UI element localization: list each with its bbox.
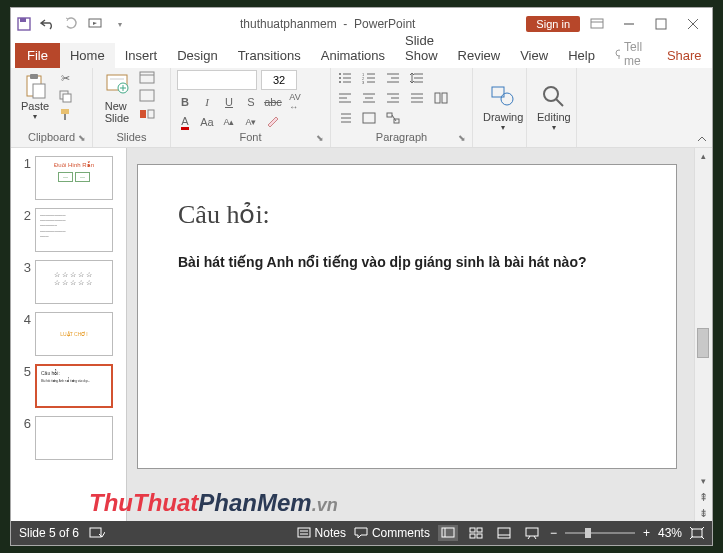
editing-button[interactable]: Editing ▾ (533, 81, 575, 134)
slide-thumbnails[interactable]: 1Đuôi Hình Rắn—— 2──────────────────────… (11, 148, 127, 521)
zoom-in-button[interactable]: + (643, 526, 650, 540)
scroll-down-icon[interactable]: ▾ (695, 473, 712, 489)
tab-slideshow[interactable]: Slide Show (395, 28, 448, 68)
zoom-out-button[interactable]: − (550, 526, 557, 540)
vertical-scrollbar[interactable]: ▴ ▾ ⇞ ⇟ (694, 148, 712, 521)
svg-rect-59 (442, 93, 447, 103)
thumb-2[interactable]: 2──────────────────────────────────── (13, 204, 124, 256)
align-right-button[interactable] (385, 90, 401, 106)
align-center-button[interactable] (361, 90, 377, 106)
tab-home[interactable]: Home (60, 43, 115, 68)
shadow-button[interactable]: S (243, 94, 259, 110)
align-left-button[interactable] (337, 90, 353, 106)
tell-me-search[interactable]: Tell me (605, 40, 655, 68)
bullets-button[interactable] (337, 70, 353, 86)
document-name: thuthuatphanmem (240, 17, 337, 31)
clipboard-launcher-icon[interactable]: ⬊ (78, 133, 86, 143)
slide-title-text[interactable]: Câu hỏi: (178, 199, 636, 230)
undo-icon[interactable] (39, 15, 57, 33)
comments-button[interactable]: Comments (354, 526, 430, 540)
reading-view-icon[interactable] (494, 525, 514, 541)
thumb-1[interactable]: 1Đuôi Hình Rắn—— (13, 152, 124, 204)
decrease-font-button[interactable]: A▾ (243, 114, 259, 130)
font-name-input[interactable] (177, 70, 257, 90)
slide-counter[interactable]: Slide 5 of 6 (19, 526, 79, 540)
tab-view[interactable]: View (510, 43, 558, 68)
thumb-3[interactable]: 3☆☆☆☆☆☆☆☆☆☆ (13, 256, 124, 308)
layout-icon[interactable] (139, 70, 155, 86)
justify-button[interactable] (409, 90, 425, 106)
thumb-5[interactable]: 5Câu hỏi:Bài hát tiếng Anh nổi tiếng vào… (13, 360, 124, 412)
smartart-button[interactable] (385, 110, 401, 126)
qat-dropdown-icon[interactable]: ▾ (111, 15, 129, 33)
normal-view-icon[interactable] (438, 525, 458, 541)
scroll-thumb[interactable] (697, 328, 709, 358)
zoom-level[interactable]: 43% (658, 526, 682, 540)
slide-canvas-wrap[interactable]: Câu hỏi: Bài hát tiếng Anh nổi tiếng vào… (127, 148, 694, 521)
tab-help[interactable]: Help (558, 43, 605, 68)
fit-to-window-icon[interactable] (690, 527, 704, 539)
increase-font-button[interactable]: A▴ (221, 114, 237, 130)
close-icon[interactable] (684, 15, 702, 33)
indent-button[interactable] (385, 70, 401, 86)
tab-insert[interactable]: Insert (115, 43, 168, 68)
line-spacing-button[interactable] (409, 70, 425, 86)
save-icon[interactable] (15, 15, 33, 33)
underline-button[interactable]: U (221, 94, 237, 110)
new-slide-button[interactable]: New Slide (99, 70, 135, 126)
tab-animations[interactable]: Animations (311, 43, 395, 68)
sorter-view-icon[interactable] (466, 525, 486, 541)
text-direction-button[interactable] (337, 110, 353, 126)
titlebar: ▾ thuthuatphanmem - PowerPoint Sign in (11, 8, 712, 40)
zoom-slider-thumb[interactable] (585, 528, 591, 538)
maximize-icon[interactable] (652, 15, 670, 33)
change-case-button[interactable]: Aa (199, 114, 215, 130)
zoom-slider[interactable] (565, 532, 635, 534)
reset-icon[interactable] (139, 88, 155, 104)
strikethrough-button[interactable]: abc (265, 94, 281, 110)
columns-button[interactable] (433, 90, 449, 106)
scroll-up-icon[interactable]: ▴ (695, 148, 712, 164)
tab-file[interactable]: File (15, 43, 60, 68)
watermark: ThuThuatPhanMem.vn (89, 489, 338, 517)
svg-rect-71 (90, 528, 101, 537)
cut-icon[interactable]: ✂ (57, 70, 73, 86)
paste-button[interactable]: Paste ▾ (17, 70, 53, 123)
slide-body-text[interactable]: Bài hát tiếng Anh nổi tiếng vào dịp gián… (178, 254, 636, 270)
tab-design[interactable]: Design (167, 43, 227, 68)
copy-icon[interactable] (57, 88, 73, 104)
font-launcher-icon[interactable]: ⬊ (316, 133, 324, 143)
italic-button[interactable]: I (199, 94, 215, 110)
spellcheck-icon[interactable] (89, 526, 105, 540)
ribbon-display-icon[interactable] (588, 15, 606, 33)
paragraph-launcher-icon[interactable]: ⬊ (458, 133, 466, 143)
svg-point-30 (339, 77, 341, 79)
font-color-button[interactable]: A (177, 114, 193, 130)
thumb-6[interactable]: 6 (13, 412, 124, 464)
notes-button[interactable]: Notes (297, 526, 346, 540)
redo-icon[interactable] (63, 15, 81, 33)
slideshow-view-icon[interactable] (522, 525, 542, 541)
tab-review[interactable]: Review (448, 43, 511, 68)
group-drawing: Drawing ▾ (473, 68, 527, 147)
thumb-4[interactable]: 4LUẬT CHƠI (13, 308, 124, 360)
signin-button[interactable]: Sign in (526, 16, 580, 32)
numbering-button[interactable]: 123 (361, 70, 377, 86)
start-from-beginning-icon[interactable] (87, 15, 105, 33)
drawing-button[interactable]: Drawing ▾ (479, 81, 527, 134)
font-size-input[interactable] (261, 70, 297, 90)
minimize-icon[interactable] (620, 15, 638, 33)
format-painter-icon[interactable] (57, 106, 73, 122)
share-button[interactable]: Share (655, 43, 714, 68)
char-spacing-button[interactable]: AV↔ (287, 94, 303, 110)
prev-slide-icon[interactable]: ⇞ (695, 489, 712, 505)
collapse-ribbon-icon[interactable] (692, 131, 712, 147)
align-text-button[interactable] (361, 110, 377, 126)
clear-format-button[interactable] (265, 114, 281, 130)
slide-canvas[interactable]: Câu hỏi: Bài hát tiếng Anh nổi tiếng vào… (137, 164, 677, 469)
next-slide-icon[interactable]: ⇟ (695, 505, 712, 521)
window-title: thuthuatphanmem - PowerPoint (129, 17, 526, 31)
tab-transitions[interactable]: Transitions (228, 43, 311, 68)
section-icon[interactable] (139, 106, 155, 122)
bold-button[interactable]: B (177, 94, 193, 110)
